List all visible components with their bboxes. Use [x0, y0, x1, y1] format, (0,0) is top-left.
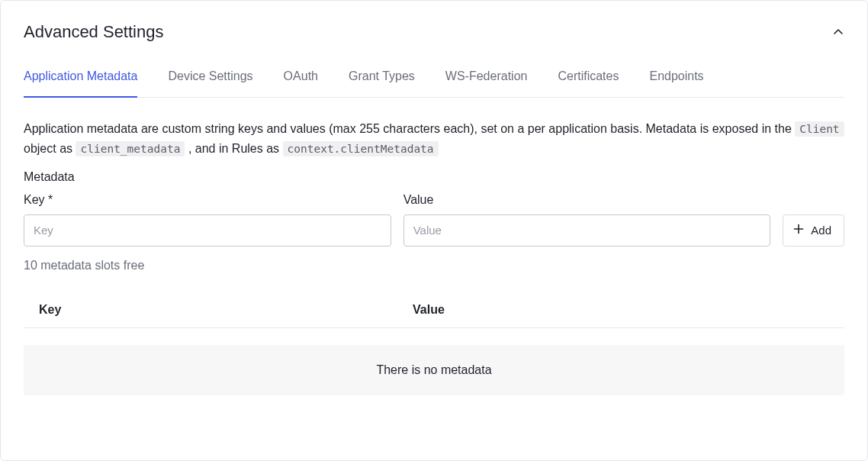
chevron-up-icon[interactable] — [832, 26, 844, 38]
code-client-metadata: client_metadata — [76, 141, 185, 156]
add-button-label: Add — [811, 224, 831, 237]
metadata-section-label: Metadata — [24, 170, 844, 184]
advanced-settings-panel: Advanced Settings Application Metadata D… — [0, 0, 868, 461]
description-text-1: Application metadata are custom string k… — [24, 122, 795, 135]
key-field-label: Key * — [24, 193, 391, 207]
metadata-table-header: Key Value — [24, 303, 844, 328]
plus-icon — [792, 223, 805, 237]
metadata-form-row: Key * Value Add — [24, 193, 844, 247]
key-input[interactable] — [24, 214, 391, 247]
value-column: Value — [403, 193, 771, 247]
tab-bar: Application Metadata Device Settings OAu… — [24, 69, 844, 98]
table-header-value: Value — [413, 303, 829, 317]
tab-endpoints[interactable]: Endpoints — [649, 69, 703, 97]
tab-certificates[interactable]: Certificates — [558, 69, 619, 97]
panel-title: Advanced Settings — [24, 22, 163, 42]
metadata-description: Application metadata are custom string k… — [24, 119, 844, 160]
tab-ws-federation[interactable]: WS-Federation — [445, 69, 528, 97]
code-context-client-metadata: context.clientMetadata — [283, 141, 439, 156]
description-text-2: object as — [24, 142, 76, 155]
tab-grant-types[interactable]: Grant Types — [349, 69, 415, 97]
description-text-3: , and in Rules as — [188, 142, 283, 155]
metadata-empty-state: There is no metadata — [24, 345, 844, 395]
value-field-label: Value — [403, 193, 771, 207]
slots-free-hint: 10 metadata slots free — [24, 259, 844, 272]
add-button[interactable]: Add — [783, 214, 844, 247]
code-client: Client — [795, 121, 844, 137]
key-column: Key * — [24, 193, 391, 247]
table-header-key: Key — [39, 303, 413, 317]
panel-header: Advanced Settings — [24, 22, 844, 42]
value-input[interactable] — [403, 214, 771, 247]
tab-application-metadata[interactable]: Application Metadata — [24, 69, 137, 97]
tab-device-settings[interactable]: Device Settings — [168, 69, 252, 97]
tab-oauth[interactable]: OAuth — [284, 69, 318, 97]
